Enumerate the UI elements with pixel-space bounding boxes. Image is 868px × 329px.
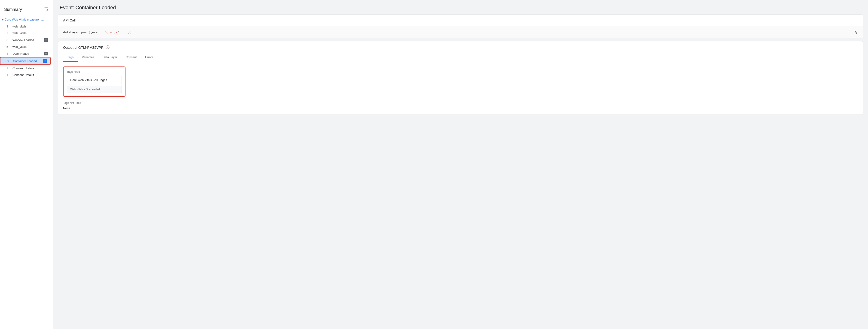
event-title: Event: Container Loaded	[53, 0, 868, 14]
api-call-body[interactable]: dataLayer.push({event: "gtm.js", ...}) ∨	[58, 26, 863, 38]
tab-tags[interactable]: Tags	[63, 53, 78, 62]
api-call-code: dataLayer.push({event: "gtm.js", ...})	[63, 31, 132, 34]
info-icon[interactable]: ⓘ	[106, 45, 110, 50]
item-label-5: web_vitals	[12, 45, 48, 48]
sidebar-section-core-web-vitals[interactable]: ▾ Core Web Vitals measurem...	[0, 16, 53, 23]
api-call-card: API Call dataLayer.push({event: "gtm.js"…	[58, 14, 863, 38]
item-number-1: 1	[6, 73, 10, 77]
item-number-3: 3	[7, 59, 11, 63]
sidebar-summary-label: Summary	[4, 7, 22, 12]
item-label-8: web_vitals	[12, 25, 48, 28]
output-header: Output of GTM-PMZ5VPR ⓘ	[58, 41, 863, 50]
api-call-code-prefix: dataLayer.push({event:	[63, 31, 105, 34]
tag-item-core-web-vitals[interactable]: Core Web Vitals - All Pages	[67, 76, 122, 84]
item-number-5: 5	[6, 45, 10, 48]
tags-content: Tags Fired Core Web Vitals - All Pages W…	[58, 62, 863, 114]
sidebar-item-3[interactable]: 3 Container Loaded <>	[0, 57, 51, 65]
item-number-4: 4	[6, 52, 10, 56]
sidebar-summary-header: Summary	[0, 4, 53, 16]
item-label-6: Window Loaded	[12, 38, 41, 42]
api-call-string-value: "gtm.js"	[105, 31, 119, 34]
item-label-3: Container Loaded	[13, 59, 40, 63]
chevron-down-icon: ▾	[2, 17, 4, 22]
output-title-row: Output of GTM-PMZ5VPR ⓘ	[63, 45, 858, 50]
code-badge-4: <>	[44, 52, 48, 56]
tags-not-fired-label: Tags Not Fired	[63, 101, 858, 105]
sidebar-item-8[interactable]: 8 web_vitals	[0, 23, 51, 30]
expand-icon[interactable]: ∨	[855, 29, 858, 35]
sidebar-item-4[interactable]: 4 DOM Ready <>	[0, 50, 51, 57]
tabs-bar: Tags Variables Data Layer Consent Errors	[58, 53, 863, 62]
tab-variables[interactable]: Variables	[78, 53, 98, 62]
api-call-code-suffix: , ...})	[119, 31, 132, 34]
tags-fired-label: Tags Fired	[67, 70, 122, 73]
tag-item-web-vitals-succeeded[interactable]: Web Vitals - Succeeded	[67, 86, 122, 93]
sidebar-section-label: Core Web Vitals measurem...	[5, 18, 44, 21]
sidebar-item-2[interactable]: 2 Consent Update	[0, 65, 51, 72]
item-label-1: Consent Default	[12, 73, 48, 77]
item-label-2: Consent Update	[12, 66, 48, 70]
filter-icon[interactable]	[44, 6, 49, 13]
main-content: Event: Container Loaded API Call dataLay…	[53, 0, 868, 329]
code-badge-3: <>	[43, 59, 48, 63]
sidebar-item-7[interactable]: 7 web_vitals	[0, 30, 51, 36]
api-call-header: API Call	[58, 14, 863, 26]
sidebar: Summary ▾ Core Web Vitals measurem... 8 …	[0, 0, 53, 329]
tags-fired-section: Tags Fired Core Web Vitals - All Pages W…	[63, 66, 125, 97]
tab-errors[interactable]: Errors	[141, 53, 157, 62]
code-badge-6: <>	[44, 38, 48, 42]
item-number-7: 7	[6, 31, 10, 35]
output-card: Output of GTM-PMZ5VPR ⓘ Tags Variables D…	[58, 41, 863, 115]
item-number-8: 8	[6, 25, 10, 28]
sidebar-item-6[interactable]: 6 Window Loaded <>	[0, 36, 51, 43]
tags-not-fired-value: None	[63, 106, 858, 110]
tab-consent[interactable]: Consent	[121, 53, 141, 62]
item-number-6: 6	[6, 38, 10, 42]
item-label-4: DOM Ready	[12, 52, 41, 56]
sidebar-item-1[interactable]: 1 Consent Default	[0, 72, 51, 78]
item-number-2: 2	[6, 66, 10, 70]
output-title-text: Output of GTM-PMZ5VPR	[63, 45, 103, 50]
tab-data-layer[interactable]: Data Layer	[98, 53, 122, 62]
sidebar-item-5[interactable]: 5 web_vitals	[0, 43, 51, 50]
item-label-7: web_vitals	[12, 31, 48, 35]
